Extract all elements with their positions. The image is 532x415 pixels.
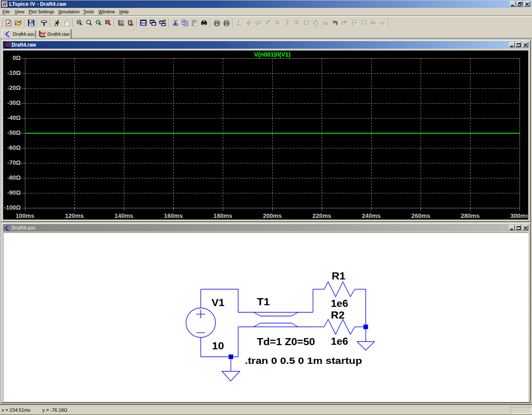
tile-windows-button[interactable] [138, 18, 148, 28]
menu-simulation[interactable]: Simulation [58, 8, 79, 15]
schematic-window-title: Draft4.asc [12, 225, 36, 231]
waveform-window[interactable]: Draft4.raw 0Ω-10Ω-20Ω-30Ω-40Ω-50Ω-60Ω-70… [1, 40, 531, 222]
zoom-full-button[interactable] [84, 18, 94, 28]
control-panel-button[interactable] [39, 18, 49, 28]
schematic-canvas[interactable]: V110T1Td=1 Z0=50R11e6R21e6.tran 0 0.5 0 … [3, 232, 528, 402]
run-button[interactable] [52, 18, 62, 28]
arrange-windows-icon [159, 20, 166, 26]
svg-text:1e6: 1e6 [331, 298, 348, 309]
print-preview-button[interactable] [212, 18, 222, 28]
ltspice-logo-icon [2, 1, 7, 7]
waveform-window-minimize-button[interactable] [509, 42, 515, 47]
mdi-workspace: Draft4.raw 0Ω-10Ω-20Ω-30Ω-40Ω-50Ω-60Ω-70… [1, 39, 531, 404]
svg-text:-50Ω: -50Ω [7, 129, 21, 136]
drag-icon [322, 20, 329, 26]
status-bar: x = 234.51ms y = -76.18Ω [0, 404, 532, 415]
schematic-window-close-button[interactable] [522, 225, 528, 230]
svg-text:240ms: 240ms [362, 212, 381, 219]
svg-text:160ms: 160ms [164, 212, 183, 219]
svg-text:-100Ω: -100Ω [4, 204, 21, 211]
menu-window[interactable]: Window [99, 8, 115, 15]
tab-draft4.asc[interactable]: Draft4.asc [2, 30, 36, 38]
svg-text:V(n001)/I(V1): V(n001)/I(V1) [254, 51, 291, 58]
menu-plot-settings[interactable]: Plot Settings [29, 8, 54, 15]
waveform-window-title: Draft4.raw [12, 42, 36, 48]
plot-settings-icon [127, 20, 134, 26]
new-schematic-button[interactable] [4, 18, 13, 28]
print-icon [223, 20, 230, 26]
schematic-doc-icon [4, 225, 10, 231]
window-close-button[interactable] [524, 1, 530, 7]
zoom-out-icon [95, 20, 102, 26]
status-bar-pane [511, 407, 532, 414]
diode-icon [293, 20, 300, 26]
zoom-in-button[interactable] [74, 18, 84, 28]
waveform-window-close-button[interactable] [522, 42, 528, 47]
new-schematic-icon [5, 20, 12, 26]
save-icon [28, 20, 34, 26]
text-icon [370, 20, 377, 26]
svg-text:200ms: 200ms [263, 212, 282, 219]
window-minimize-button[interactable] [510, 1, 516, 7]
spice-directive-icon [379, 20, 386, 26]
tab-baseline [0, 38, 532, 38]
menu-file[interactable]: File [2, 8, 10, 15]
cut-button[interactable] [170, 18, 180, 28]
window-restore-button[interactable] [517, 1, 523, 7]
undo-icon [332, 20, 338, 26]
print-button[interactable] [222, 18, 231, 28]
waveform-doc-icon [4, 42, 10, 48]
toolbar-separator [389, 18, 389, 27]
svg-text:-10Ω: -10Ω [7, 69, 21, 76]
waveform-window-maximize-button[interactable] [515, 42, 521, 47]
schematic-window[interactable]: Draft4.asc V110T1Td=1 Z0=50R11e6R21e6.tr… [1, 222, 531, 403]
menu-help[interactable]: Help [119, 8, 129, 15]
svg-text:-30Ω: -30Ω [7, 99, 21, 106]
menu-tools[interactable]: Tools [83, 8, 94, 15]
copy-button[interactable] [180, 18, 190, 28]
save-button[interactable] [26, 18, 36, 28]
svg-text:T1: T1 [257, 296, 270, 307]
open-button[interactable] [13, 18, 23, 28]
svg-text:R1: R1 [332, 271, 345, 282]
find-button[interactable] [199, 18, 209, 28]
drag-button [320, 18, 330, 28]
svg-text:-80Ω: -80Ω [7, 174, 21, 181]
zoom-out-button[interactable] [94, 18, 103, 28]
capacitor-button [273, 18, 282, 28]
toolbar-separator [114, 18, 115, 27]
schematic-window-titlebar[interactable]: Draft4.asc [3, 224, 529, 232]
svg-text:280ms: 280ms [461, 212, 480, 219]
tab-label: Draft4.asc [13, 32, 34, 37]
move-button [311, 18, 320, 28]
paste-button [190, 18, 199, 28]
schematic-window-maximize-button[interactable] [515, 225, 521, 230]
arrange-windows-button[interactable] [158, 18, 167, 28]
schematic-drawing: V110T1Td=1 Z0=50R11e6R21e6.tran 0 0.5 0 … [3, 233, 528, 401]
plot-settings-button[interactable] [126, 18, 135, 28]
tab-draft4.raw[interactable]: Draft4.raw [36, 29, 71, 39]
svg-text:260ms: 260ms [411, 212, 430, 219]
ground-icon [246, 20, 252, 26]
svg-text:300ms: 300ms [510, 212, 528, 219]
toolbar-grip[interactable] [1, 18, 2, 27]
waveform-window-titlebar[interactable]: Draft4.raw [3, 41, 529, 49]
inductor-button [282, 18, 292, 28]
svg-text:.tran 0 0.5 0 1m startup: .tran 0 0.5 0 1m startup [245, 356, 362, 366]
move-icon [313, 20, 319, 26]
svg-text:R2: R2 [331, 310, 345, 321]
zoom-back-button[interactable] [103, 18, 113, 28]
title-bar[interactable]: LTspice IV - Draft4.raw [1, 0, 531, 8]
cascade-windows-button[interactable] [148, 18, 158, 28]
schematic-window-minimize-button[interactable] [509, 225, 515, 230]
schematic-doc-icon [4, 31, 11, 37]
autorange-button[interactable] [116, 18, 126, 28]
waveform-plot-area[interactable]: 0Ω-10Ω-20Ω-30Ω-40Ω-50Ω-60Ω-70Ω-80Ω-90Ω-1… [3, 50, 528, 220]
tile-windows-icon [140, 20, 147, 26]
toolbar-separator [37, 18, 38, 27]
tab-label: Draft4.raw [47, 32, 69, 37]
undo-button[interactable] [330, 18, 340, 28]
rotate-icon [360, 20, 367, 26]
menu-view[interactable]: View [15, 8, 25, 15]
svg-text:10: 10 [212, 341, 224, 351]
